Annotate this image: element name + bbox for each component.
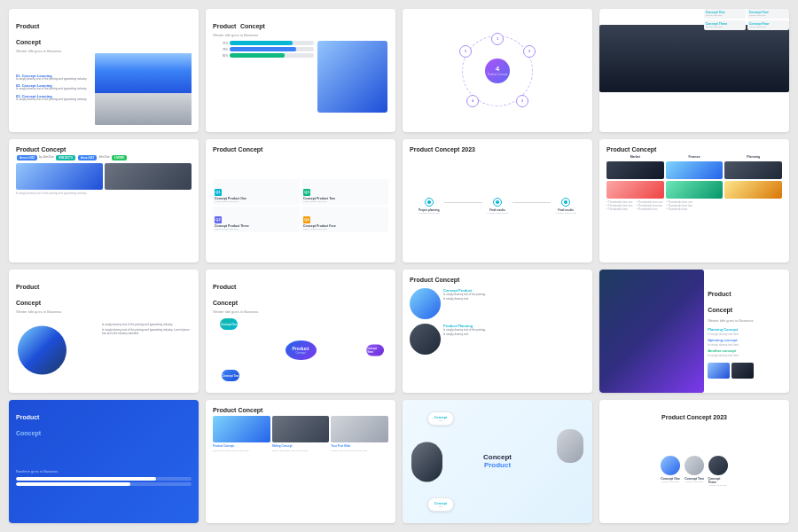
q3-cell: Q3 Concept Product Two Simply dummy text…	[301, 179, 388, 205]
slide-16-header: Product Concept 2023	[606, 407, 782, 423]
slide-16: Product Concept 2023 Concept One Dummy t…	[599, 400, 789, 523]
slide-1: Product Concept Slenter title goes in Bu…	[9, 9, 199, 132]
item-3: 03. Concept Learning Is simply dummy tex…	[16, 94, 104, 102]
slide-10: Product Concept Slenter title goes in Bu…	[206, 270, 395, 393]
im-2	[272, 416, 330, 442]
bar-bg-2	[230, 47, 314, 51]
slide-14: Product Concept Product Concept Sliding …	[206, 400, 395, 523]
tl-line-2	[512, 202, 552, 203]
pill-2: Concept Two	[427, 497, 454, 512]
q1-badge: Q1	[215, 189, 222, 196]
slide-8-header: Product Concept	[606, 146, 782, 153]
im-1	[213, 416, 270, 442]
tl-icon-2	[493, 198, 502, 207]
slide-15-body: Concept Product Concept One Concept Two	[410, 407, 585, 516]
q4-cell: Q4 Concept Product Four Simply dummy tex…	[301, 207, 388, 232]
concept-card-4: Concept Four Dummy text here	[747, 20, 789, 30]
images-row	[213, 416, 388, 442]
mountain-image-2	[105, 163, 192, 190]
prog-1	[16, 477, 192, 481]
tags-row: Amout #452 by John Doe SUBJECTS Anna #56…	[16, 155, 192, 160]
tall-image-1	[411, 442, 442, 481]
label-3: Your First Slide	[331, 444, 388, 448]
slide-8: Product Concept Market Finance Planning …	[599, 139, 789, 262]
photo-1	[606, 161, 664, 179]
ci-img-2	[685, 456, 704, 475]
node-left-top: 5	[459, 45, 472, 58]
slide-5-images	[16, 163, 192, 190]
node-left-bot: 4	[466, 95, 479, 107]
pair-1-content: Concept Product Is simply dummy text of …	[443, 288, 585, 319]
slide-6: Product Concept Q1 Concept Product One S…	[206, 139, 395, 262]
pair-1: Concept Product Is simply dummy text of …	[410, 288, 585, 319]
concept-cards: Concept One Dummy text here Concept Two …	[704, 9, 789, 30]
node-right-bot: 3	[516, 95, 528, 107]
pill-1: Concept One	[427, 411, 454, 426]
col-planning: Planning	[724, 155, 782, 159]
concept-card-2: Concept Two Dummy text here	[747, 9, 789, 19]
tag-4: Anna #563	[78, 155, 97, 160]
slide-3: 4 Product Concept 1 2 3 4 5	[403, 9, 592, 132]
circle-landscape-image	[18, 325, 66, 374]
slide-4: Concept One Dummy text here Concept Two …	[599, 9, 789, 132]
circle-img-1	[410, 288, 441, 319]
timeline-item-3: Final results Is simply dummy text	[546, 198, 585, 215]
bar-row-2: 79%	[217, 47, 314, 51]
city-image	[16, 163, 103, 190]
tl-line-1	[444, 202, 483, 203]
slide-2: Product Concept Slenter title goes in Bu…	[206, 9, 395, 132]
slide-1-image	[95, 53, 192, 125]
circle-2: Concept Two Dummy text here	[685, 456, 705, 487]
slide-10-title: Product Concept	[213, 277, 388, 309]
slide-9-title: Product Concept	[16, 277, 192, 309]
q3-badge: Q3	[303, 189, 310, 196]
hands-image	[95, 93, 192, 125]
slide-12: Product Concept Slenter title goes in Bu…	[599, 270, 789, 393]
mountain-image	[95, 53, 192, 97]
center-title: Concept Product	[483, 454, 512, 470]
photos-grid	[606, 161, 782, 199]
node-top: 1	[491, 33, 504, 45]
bar-bg-3	[230, 53, 314, 58]
timeline: Project planning Is simply dummy text Fi…	[410, 198, 585, 215]
photo-5	[666, 181, 724, 199]
tall-image-2	[557, 429, 583, 463]
tag-1: Amout #452	[17, 155, 37, 160]
slide-5-header: Product Concept	[16, 146, 192, 153]
quadrant-grid: Q1 Concept Product One Simply dummy text…	[213, 179, 388, 232]
item-planning: Planning Concept	[708, 327, 787, 332]
ci-img-1	[661, 456, 680, 475]
slide-11-header: Product Concept	[410, 277, 585, 284]
bar-row-1: 75%	[217, 41, 314, 45]
circles-row: Concept One Dummy text here Concept Two …	[661, 456, 729, 487]
label-1: Product Concept	[213, 444, 270, 448]
concept-card-3: Concept Three Dummy text here	[704, 20, 746, 30]
slide-7-body: Project planning Is simply dummy text Fi…	[410, 153, 585, 255]
tl-icon-1	[425, 198, 434, 207]
concept-list: Planning Concept Is simply dummy text he…	[708, 327, 787, 357]
photo-2	[666, 161, 724, 179]
photo-3	[724, 161, 782, 179]
photo-6	[724, 181, 782, 199]
slide-11-body: Concept Product Is simply dummy text of …	[410, 284, 585, 386]
slide-9-body: Is simply dummy text of the printing and…	[16, 314, 192, 386]
col-finance: Finance	[666, 155, 724, 159]
bar-bg-1	[230, 41, 314, 45]
item-1: 01. Concept Learning Is simply dummy tex…	[16, 74, 104, 82]
slide-1-title: Product Concept	[16, 16, 192, 48]
slide-9-content: Is simply dummy text of the printing and…	[102, 323, 190, 335]
q2-badge: Q2	[215, 216, 222, 223]
prog-2	[16, 482, 192, 486]
slide-16-body: Concept One Dummy text here Concept Two …	[606, 423, 782, 516]
slide-5-desc: Is simply dummy text of the printing and…	[16, 192, 192, 195]
q2-cell: Q2 Concept Product Three Simply dummy te…	[213, 207, 300, 232]
column-headers: Market Finance Planning	[606, 155, 782, 159]
pair-2: Product Planning Is simply dummy text of…	[410, 324, 585, 355]
tl-icon-3	[561, 198, 570, 207]
slide-12-content: Product Concept Slenter title goes in Bu…	[708, 270, 787, 393]
item-2: 02. Concept Learning Is simply dummy tex…	[16, 84, 104, 92]
item-another: Another concept	[708, 348, 787, 353]
hub-center: Product Concept	[286, 340, 317, 360]
timeline-item-2: Final results Is simply dummy text	[478, 198, 517, 215]
slide-13-title: Product Concept	[16, 407, 192, 439]
